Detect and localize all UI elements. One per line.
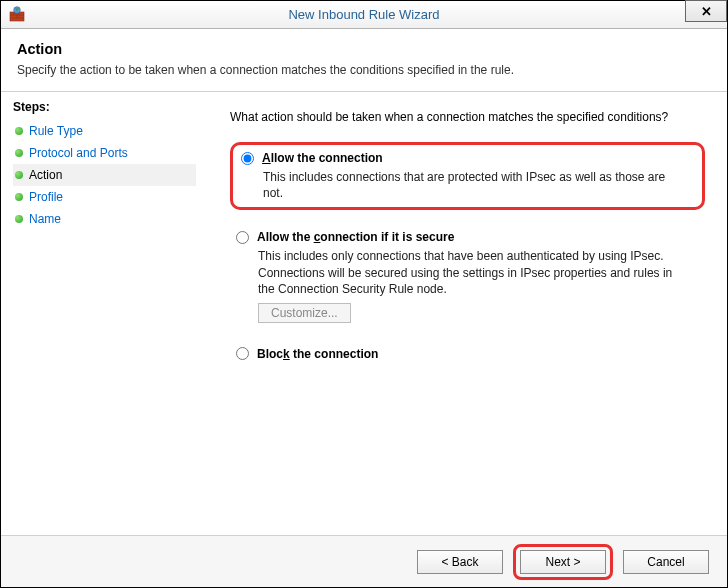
step-label: Protocol and Ports	[29, 146, 128, 160]
footer: < Back Next > Cancel	[1, 535, 727, 587]
option-allow-secure: Allow the connection if it is secure Thi…	[230, 226, 705, 327]
back-button[interactable]: < Back	[417, 550, 503, 574]
step-action[interactable]: Action	[13, 164, 196, 186]
page-subtitle: Specify the action to be taken when a co…	[17, 63, 711, 77]
step-rule-type[interactable]: Rule Type	[13, 120, 196, 142]
customize-button: Customize...	[258, 303, 351, 323]
option-head: Allow the connection	[241, 151, 694, 165]
page-title: Action	[17, 41, 711, 57]
bullet-icon	[15, 149, 23, 157]
next-highlight: Next >	[513, 544, 613, 580]
option-block-connection: Block the connection	[230, 343, 705, 365]
step-protocol-ports[interactable]: Protocol and Ports	[13, 142, 196, 164]
option-desc: This includes connections that are prote…	[263, 169, 683, 201]
radio-block-connection[interactable]	[236, 347, 249, 360]
option-desc: This includes only connections that have…	[258, 248, 678, 297]
radio-allow-connection[interactable]	[241, 152, 254, 165]
window-title: New Inbound Rule Wizard	[288, 7, 439, 22]
cancel-button[interactable]: Cancel	[623, 550, 709, 574]
step-label: Profile	[29, 190, 63, 204]
firewall-icon	[9, 6, 25, 22]
header: Action Specify the action to be taken wh…	[1, 29, 727, 85]
body: Steps: Rule Type Protocol and Ports Acti…	[1, 92, 727, 531]
option-title: Allow the connection	[262, 151, 383, 165]
content-pane: What action should be taken when a conne…	[196, 92, 727, 531]
next-button[interactable]: Next >	[520, 550, 606, 574]
wizard-window: New Inbound Rule Wizard ✕ Action Specify…	[0, 0, 728, 588]
bullet-icon	[15, 171, 23, 179]
step-label: Name	[29, 212, 61, 226]
prompt-text: What action should be taken when a conne…	[230, 110, 705, 124]
close-icon: ✕	[701, 4, 712, 19]
step-profile[interactable]: Profile	[13, 186, 196, 208]
titlebar: New Inbound Rule Wizard ✕	[1, 1, 727, 29]
bullet-icon	[15, 215, 23, 223]
step-label: Action	[29, 168, 62, 182]
step-name[interactable]: Name	[13, 208, 196, 230]
option-head: Block the connection	[236, 347, 699, 361]
option-title: Block the connection	[257, 347, 378, 361]
steps-heading: Steps:	[13, 100, 196, 114]
bullet-icon	[15, 193, 23, 201]
option-allow-connection: Allow the connection This includes conne…	[230, 142, 705, 210]
close-button[interactable]: ✕	[685, 0, 727, 22]
radio-allow-secure[interactable]	[236, 231, 249, 244]
option-head: Allow the connection if it is secure	[236, 230, 699, 244]
step-label: Rule Type	[29, 124, 83, 138]
bullet-icon	[15, 127, 23, 135]
steps-sidebar: Steps: Rule Type Protocol and Ports Acti…	[1, 92, 196, 531]
option-title: Allow the connection if it is secure	[257, 230, 454, 244]
